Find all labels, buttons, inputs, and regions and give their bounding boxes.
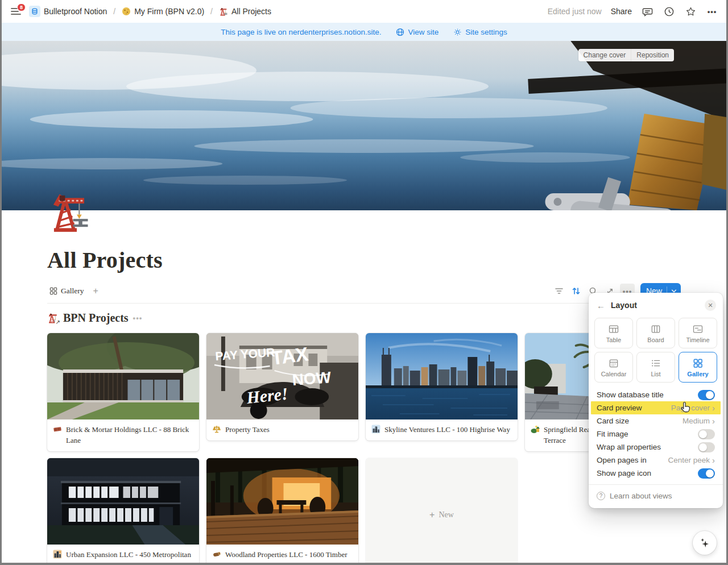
comments-button[interactable] xyxy=(641,5,653,18)
toggle-knob xyxy=(699,443,707,451)
layout-option-label: Board xyxy=(647,336,664,343)
board-icon xyxy=(650,323,662,335)
layout-option-label: Calendar xyxy=(601,371,627,377)
sort-icon xyxy=(572,286,581,296)
collection-header: ↗ BPN Projects ••• xyxy=(47,309,681,326)
view-site-button[interactable]: View site xyxy=(396,28,439,36)
card-cover-modern-house xyxy=(47,333,199,419)
gallery-card-property-taxes[interactable]: PAY YOUR TAX NOW Here! xyxy=(206,333,358,441)
gallery-new-card-button[interactable]: + New xyxy=(366,458,518,565)
page-icon-crane[interactable] xyxy=(47,189,92,233)
layout-option-board[interactable]: Board xyxy=(636,318,675,348)
crane-icon xyxy=(219,7,228,16)
breadcrumb-item-my-firm[interactable]: My Firm (BPN v2.0) xyxy=(119,6,206,17)
collection-more-button[interactable]: ••• xyxy=(133,314,143,322)
toggle-wrap-properties-off[interactable] xyxy=(698,442,715,452)
brick-icon xyxy=(53,425,62,434)
breadcrumb-item-workspace[interactable]: Bulletproof Notion xyxy=(27,5,109,18)
card-caption: Brick & Mortar Holdings LLC - 88 Brick L… xyxy=(47,419,199,451)
tab-gallery-view[interactable]: Gallery xyxy=(47,285,86,297)
option-label: Open pages in xyxy=(597,456,647,464)
notion-app-window: 8 Bulletproof Notion / xyxy=(0,0,728,565)
gallery-card-brick-mortar[interactable]: Brick & Mortar Holdings LLC - 88 Brick L… xyxy=(47,333,199,451)
cover-buttons: Change cover Reposition xyxy=(578,49,674,61)
option-wrap-all-properties[interactable]: Wrap all properties xyxy=(589,441,723,454)
card-title: Urban Expansion LLC - 450 Metropolitan B… xyxy=(66,549,193,565)
option-label: Show database title xyxy=(597,390,664,399)
add-view-button[interactable]: + xyxy=(90,286,100,296)
option-label: Card size xyxy=(597,417,629,425)
site-settings-button[interactable]: Site settings xyxy=(453,28,507,36)
new-card-label: New xyxy=(439,510,453,520)
gallery-grid-icon xyxy=(49,287,57,295)
gallery-icon xyxy=(692,358,704,369)
reposition-button[interactable]: Reposition xyxy=(631,49,674,61)
tax-sign-line3: NOW xyxy=(292,368,332,389)
toggle-show-database-title-on[interactable] xyxy=(698,390,715,400)
toggle-fit-image-off[interactable] xyxy=(698,429,715,439)
learn-label: Learn about views xyxy=(610,492,672,500)
learn-about-views-link[interactable]: ? Learn about views xyxy=(589,489,723,502)
card-caption: Woodland Properties LLC - 1600 Timber Cr… xyxy=(206,545,358,565)
chevron-right-icon: › xyxy=(712,404,715,412)
option-value: Medium xyxy=(682,417,710,425)
list-icon xyxy=(650,358,662,369)
option-show-database-title[interactable]: Show database title xyxy=(589,388,723,401)
layout-option-list[interactable]: List xyxy=(636,352,675,383)
ai-sparkle-icon xyxy=(699,537,710,549)
option-card-preview-highlighted[interactable]: Card preview Page cover › xyxy=(591,401,721,414)
card-title: Brick & Mortar Holdings LLC - 88 Brick L… xyxy=(66,424,193,446)
cookie-icon xyxy=(122,7,131,16)
card-cover-night-house xyxy=(47,458,199,545)
layout-option-label: List xyxy=(651,371,660,377)
option-label: Show page icon xyxy=(597,469,651,477)
more-button[interactable]: ••• xyxy=(706,5,718,18)
wood-log-icon xyxy=(212,550,221,559)
toolbar-divider xyxy=(47,303,681,304)
layout-option-calendar[interactable]: Calendar xyxy=(594,352,633,383)
page-cover[interactable]: Change cover Reposition xyxy=(2,41,726,210)
card-cover-city-skyline xyxy=(366,333,518,419)
filter-button[interactable] xyxy=(552,284,566,298)
layout-option-gallery-selected[interactable]: Gallery xyxy=(679,352,717,383)
collection-toolbar: Gallery + xyxy=(47,282,681,300)
clock-icon xyxy=(664,6,675,17)
card-title: Skyline Ventures LLC - 100 Highrise Way xyxy=(384,424,510,435)
option-fit-image[interactable]: Fit image xyxy=(589,427,723,441)
edited-status: Edited just now xyxy=(548,7,602,16)
site-live-banner: This page is live on nerdenterprises.not… xyxy=(2,23,726,41)
gallery-card-urban-expansion[interactable]: Urban Expansion LLC - 450 Metropolitan B… xyxy=(47,458,199,565)
cityscape-icon xyxy=(371,425,380,434)
filter-icon xyxy=(555,286,564,296)
calendar-icon xyxy=(607,358,620,369)
toggle-knob xyxy=(706,391,714,399)
option-card-size[interactable]: Card size Medium › xyxy=(589,414,723,427)
change-cover-button[interactable]: Change cover xyxy=(578,49,631,61)
share-button[interactable]: Share xyxy=(611,7,632,16)
globe-icon xyxy=(396,28,404,36)
gallery-card-skyline-ventures[interactable]: Skyline Ventures LLC - 100 Highrise Way xyxy=(366,333,518,441)
gallery-card-woodland[interactable]: Woodland Properties LLC - 1600 Timber Cr… xyxy=(206,458,358,565)
breadcrumb-label: All Projects xyxy=(231,7,271,16)
toggle-show-page-icon-on[interactable] xyxy=(698,468,715,479)
option-label: Wrap all properties xyxy=(597,443,661,451)
linked-database-icon: ↗ xyxy=(47,312,59,323)
panel-divider xyxy=(589,484,723,485)
favorite-button[interactable] xyxy=(684,5,697,18)
close-button[interactable]: ✕ xyxy=(705,300,716,311)
layout-option-table[interactable]: Table xyxy=(594,318,633,348)
toggle-knob xyxy=(699,430,707,438)
layout-view-options: Table Board Timeline Calendar xyxy=(589,314,723,388)
back-button[interactable]: ← xyxy=(597,301,605,310)
option-show-page-icon[interactable]: Show page icon xyxy=(589,467,723,480)
layout-option-timeline[interactable]: Timeline xyxy=(679,318,717,348)
updates-button[interactable] xyxy=(663,5,675,18)
card-title: Property Taxes xyxy=(225,424,270,435)
sidebar-toggle-button[interactable]: 8 xyxy=(9,5,23,18)
chevron-right-icon: › xyxy=(712,456,715,464)
breadcrumb-item-all-projects[interactable]: All Projects xyxy=(217,6,274,17)
notion-ai-button[interactable] xyxy=(693,531,717,555)
breadcrumb-separator: / xyxy=(210,7,213,16)
option-open-pages-in[interactable]: Open pages in Center peek › xyxy=(589,454,723,467)
sort-button[interactable] xyxy=(569,284,584,298)
